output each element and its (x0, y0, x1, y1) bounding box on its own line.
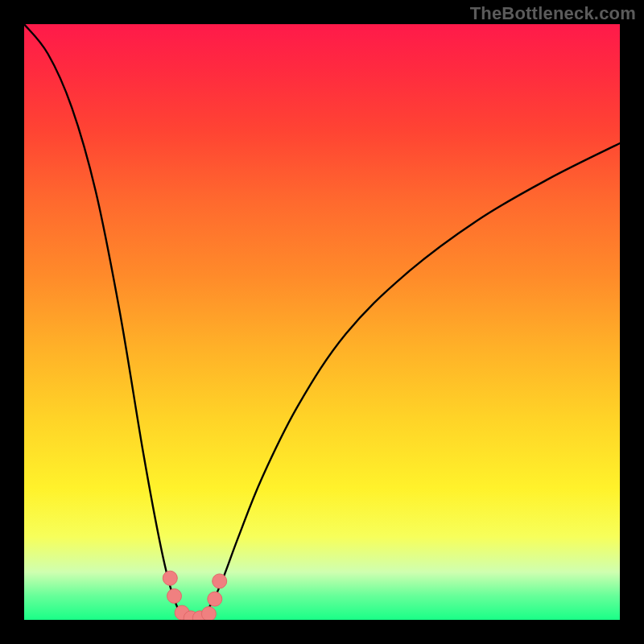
chart-frame: TheBottleneck.com (0, 0, 644, 644)
valley-marker (201, 607, 216, 620)
valley-marker (163, 571, 177, 585)
plot-area (24, 24, 620, 620)
bottleneck-curve (24, 24, 620, 620)
curve-svg (24, 24, 620, 620)
valley-marker (213, 574, 227, 588)
valley-marker (167, 588, 182, 603)
valley-markers (163, 571, 226, 620)
watermark-text: TheBottleneck.com (470, 3, 636, 24)
valley-marker (208, 592, 222, 606)
